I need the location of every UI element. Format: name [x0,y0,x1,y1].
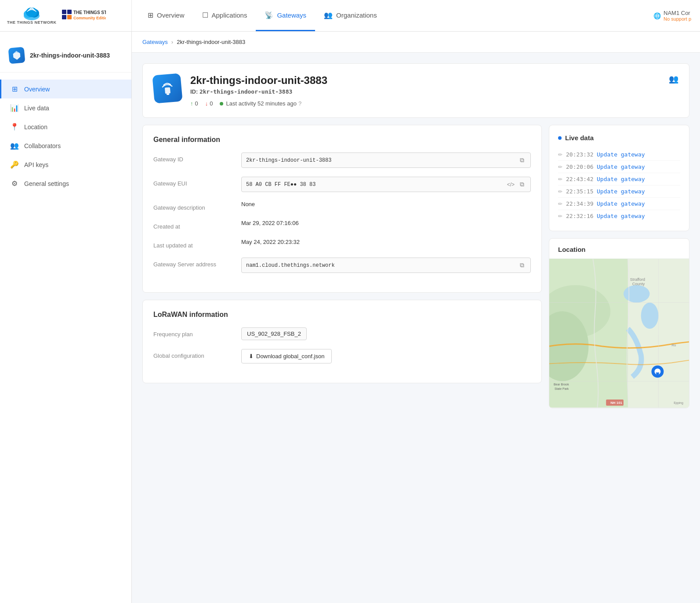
svg-text:Bear Brook: Bear Brook [554,383,569,386]
svg-text:NH 101: NH 101 [610,401,622,405]
gateway-desc-row: Gateway description None [153,201,531,211]
live-action[interactable]: Update gateway [597,151,645,158]
server-address-field: nam1.cloud.thethings.network ⧉ [241,258,531,273]
gateway-big-icon [152,73,182,103]
download-global-conf-button[interactable]: ⬇ Download global_conf.json [241,349,332,363]
downlink-stat: ↓ 0 [205,100,213,107]
live-data-row: ✏ 22:34:39 Update gateway [558,198,680,210]
sidebar-overview-label: Overview [24,86,50,93]
svg-rect-11 [167,94,169,95]
live-action[interactable]: Update gateway [597,200,645,207]
users-icon[interactable]: 👥 [669,74,678,84]
downlink-count: 0 [210,100,213,107]
stack-logo: THE THINGS STACK Community Edition [62,8,106,24]
gateway-id-input-value: 2kr-things-indoor-unit-3883 [246,157,516,163]
nav-organizations[interactable]: 👥 Organizations [315,0,386,31]
gateway-stats: ↑ 0 ↓ 0 Last activity 52 minutes ago ? [190,100,678,107]
gateway-desc-label: Gateway description [153,201,241,211]
edit-icon: ✏ [558,213,562,219]
edit-icon: ✏ [558,201,562,207]
general-info-card: General information Gateway ID 2kr-thing… [142,125,542,293]
applications-icon: ☐ [202,11,208,19]
svg-text:THE THINGS STACK: THE THINGS STACK [73,10,106,15]
location-title: Location [549,239,689,258]
global-config-field: ⬇ Download global_conf.json [241,349,531,363]
nav-overview[interactable]: ⊞ Overview [139,0,193,31]
sidebar-item-collaborators[interactable]: 👥 Collaborators [0,136,131,155]
copy-server-address-button[interactable]: ⧉ [518,261,526,270]
live-time: 22:43:42 [566,176,597,182]
copy-gateway-eui-button[interactable]: ⧉ [518,180,526,189]
live-data-rows: ✏ 20:23:32 Update gateway ✏ 20:20:06 Upd… [558,149,680,222]
live-action[interactable]: Update gateway [597,163,645,170]
sidebar-item-api-keys[interactable]: 🔑 API keys [0,155,131,174]
sidebar-item-location[interactable]: 📍 Location [0,117,131,136]
live-data-row: ✏ 22:43:42 Update gateway [558,173,680,185]
gateway-header-card: 2kr-things-indoor-unit-3883 ID: 2kr-thin… [142,63,689,118]
map-container: Strafford County Ro Bear Brook State Par… [549,258,689,408]
lorawan-title: LoRaWAN information [153,311,531,319]
breadcrumb-gateways-link[interactable]: Gateways [142,39,168,45]
gateway-eui-label: Gateway EUI [153,177,241,187]
sidebar-settings-icon: ⚙ [10,179,19,188]
download-icon: ⬇ [249,353,254,360]
sidebar-location-icon: 📍 [10,123,19,131]
left-column: General information Gateway ID 2kr-thing… [142,125,542,415]
sidebar-nav: ⊞ Overview 📊 Live data 📍 Location 👥 Coll… [0,76,131,196]
copy-gateway-id-button[interactable]: ⧉ [518,156,526,165]
server-address-label: Gateway Server address [153,258,241,268]
live-action[interactable]: Update gateway [597,188,645,195]
gateways-icon: 📡 [265,11,273,19]
live-data-card: Live data ✏ 20:23:32 Update gateway ✏ 20… [549,125,689,231]
main-layout: 2kr-things-indoor-unit-3883 ⊞ Overview 📊… [0,32,700,603]
live-action[interactable]: Update gateway [597,176,645,182]
overview-icon: ⊞ [148,11,153,19]
toggle-eui-visibility-button[interactable]: </> [505,181,516,189]
sidebar-item-general-settings[interactable]: ⚙ General settings [0,174,131,193]
freq-plan-row: Frequency plan US_902_928_FSB_2 [153,327,531,340]
nav-gateways[interactable]: 📡 Gateways [256,0,315,31]
server-address-input: nam1.cloud.thethings.network ⧉ [241,258,531,273]
general-info-title: General information [153,136,531,144]
nav-items: ⊞ Overview ☐ Applications 📡 Gateways 👥 O… [132,0,645,31]
region-text: NAM1 Cor [664,10,691,16]
gateway-eui-input: 58 A0 CB FF FE●● 38 83 </> ⧉ [241,177,531,192]
help-icon[interactable]: ? [298,100,301,107]
svg-rect-7 [67,15,72,19]
activity-status: Last activity 52 minutes ago ? [220,100,301,107]
gateway-info: 2kr-things-indoor-unit-3883 ID: 2kr-thin… [190,74,678,107]
gateway-id-input: 2kr-things-indoor-unit-3883 ⧉ [241,153,531,168]
live-action[interactable]: Update gateway [597,213,645,219]
nav-right-section: 🌐 NAM1 Cor No support p [645,10,700,22]
gateway-id-row: Gateway ID 2kr-things-indoor-unit-3883 ⧉ [153,153,531,168]
created-at-value: Mar 29, 2022 07:16:06 [241,220,531,226]
downlink-arrow: ↓ [205,100,208,107]
download-label: Download global_conf.json [256,353,324,360]
breadcrumb-separator: › [171,39,173,45]
sidebar-item-overview[interactable]: ⊞ Overview [0,80,131,98]
live-data-title: Live data [558,134,680,142]
gateway-name-heading: 2kr-things-indoor-unit-3883 [190,74,678,87]
right-column: Live data ✏ 20:23:32 Update gateway ✏ 20… [549,125,689,415]
nav-applications[interactable]: ☐ Applications [193,0,256,31]
sidebar-header: 2kr-things-indoor-unit-3883 [0,42,131,73]
sidebar-apikeys-icon: 🔑 [10,160,19,169]
gateway-eui-row: Gateway EUI 58 A0 CB FF FE●● 38 83 </> ⧉ [153,177,531,192]
live-dot [558,136,562,140]
svg-text:County: County [632,282,645,286]
gateway-eui-input-value: 58 A0 CB FF FE●● 38 83 [246,182,504,188]
server-address-row: Gateway Server address nam1.cloud.thethi… [153,258,531,273]
organizations-icon: 👥 [324,11,333,19]
uplink-arrow: ↑ [190,100,193,107]
svg-rect-10 [165,87,170,94]
live-time: 22:34:39 [566,200,597,207]
content-area: 2kr-things-indoor-unit-3883 ID: 2kr-thin… [132,53,700,426]
live-data-row: ✏ 22:32:16 Update gateway [558,210,680,222]
svg-text:State Park: State Park [555,387,569,390]
live-time: 20:20:06 [566,163,597,170]
sidebar-item-live-data[interactable]: 📊 Live data [0,98,131,117]
sidebar-collaborators-label: Collaborators [24,142,61,149]
lorawan-info-card: LoRaWAN information Frequency plan US_90… [142,300,542,383]
logo-section: THE THINGS NETWORK THE THINGS STACK Comm… [0,0,132,31]
uplink-stat: ↑ 0 [190,100,198,107]
